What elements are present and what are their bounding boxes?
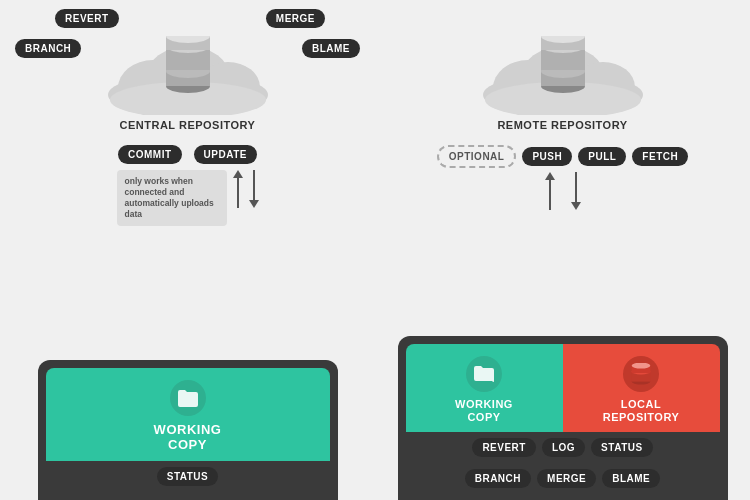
right-arrow-area: OPTIONAL PUSH PULL FETCH	[433, 145, 693, 210]
remote-db-icon-svg	[537, 36, 589, 94]
local-db-svg	[630, 363, 652, 385]
central-repo-label: CENTRAL REPOSITORY	[120, 119, 256, 131]
commit-badge: COMMIT	[118, 145, 182, 164]
left-arrow-area: COMMIT UPDATE only works when connected …	[78, 145, 298, 230]
right-log-badge: LOG	[542, 438, 585, 457]
push-badge: PUSH	[522, 147, 572, 166]
left-device-badges: STATUS	[46, 461, 330, 492]
central-repo-section: CENTRAL REPOSITORY	[98, 30, 278, 131]
right-working-copy-label: WORKINGCOPY	[455, 398, 513, 424]
split-row: WORKINGCOPY LO	[406, 344, 720, 432]
right-device-inner: WORKINGCOPY LO	[406, 344, 720, 492]
down-arrow	[249, 170, 259, 208]
right-down-arrow	[571, 172, 581, 210]
left-panel: REVERT MERGE BRANCH BLAME	[0, 0, 375, 500]
working-copy-box: WORKINGCOPY	[46, 368, 330, 461]
right-blame-badge: BLAME	[602, 469, 660, 488]
revert-badge: REVERT	[55, 8, 119, 26]
blame-badge: BLAME	[302, 38, 360, 56]
left-device: WORKINGCOPY STATUS	[38, 360, 338, 500]
cloud-with-db	[98, 30, 278, 115]
optional-push-row: OPTIONAL PUSH PULL FETCH	[437, 145, 688, 168]
right-status-badge: STATUS	[591, 438, 653, 457]
update-badge: UPDATE	[194, 145, 257, 164]
right-folder-icon	[474, 365, 494, 383]
main-container: REVERT MERGE BRANCH BLAME	[0, 0, 750, 500]
up-arrow	[233, 170, 243, 208]
remote-repo-label: REMOTE REPOSITORY	[497, 119, 627, 131]
right-arrows	[545, 172, 581, 210]
db-stack-left	[162, 36, 214, 98]
working-copy-label: WORKINGCOPY	[154, 422, 222, 453]
right-working-copy: WORKINGCOPY	[406, 344, 563, 432]
local-repo-label: LOCALREPOSITORY	[603, 398, 680, 424]
right-folder-icon-circle	[466, 356, 502, 392]
optional-badge: OPTIONAL	[437, 145, 517, 168]
right-device-badges-row1: REVERT LOG STATUS	[406, 432, 720, 463]
commit-update-row: COMMIT UPDATE	[118, 145, 257, 164]
folder-icon	[178, 389, 198, 407]
local-repo-db-icon	[623, 356, 659, 392]
merge-badge: MERGE	[266, 8, 325, 26]
folder-icon-circle	[170, 380, 206, 416]
right-up-arrow	[545, 172, 555, 210]
left-device-inner: WORKINGCOPY STATUS	[46, 368, 330, 492]
right-panel: REMOTE REPOSITORY OPTIONAL PUSH PULL FET…	[375, 0, 750, 500]
db-icon-svg	[162, 36, 214, 94]
remote-cloud-with-db	[473, 30, 653, 115]
right-branch-badge: BRANCH	[465, 469, 531, 488]
note-box: only works when connected and automatica…	[117, 170, 227, 226]
right-merge-badge: MERGE	[537, 469, 596, 488]
pull-badge: PULL	[578, 147, 626, 166]
fetch-badge: FETCH	[632, 147, 688, 166]
right-device-badges-row2: BRANCH MERGE BLAME	[406, 463, 720, 492]
local-repo: LOCALREPOSITORY	[563, 344, 720, 432]
left-status-badge: STATUS	[157, 467, 219, 486]
branch-badge: BRANCH	[15, 38, 81, 56]
remote-repo-section: REMOTE REPOSITORY	[473, 30, 653, 131]
note-area: only works when connected and automatica…	[117, 170, 259, 226]
right-device: WORKINGCOPY LO	[398, 336, 728, 500]
right-revert-badge: REVERT	[472, 438, 536, 457]
db-stack-right	[537, 36, 589, 98]
